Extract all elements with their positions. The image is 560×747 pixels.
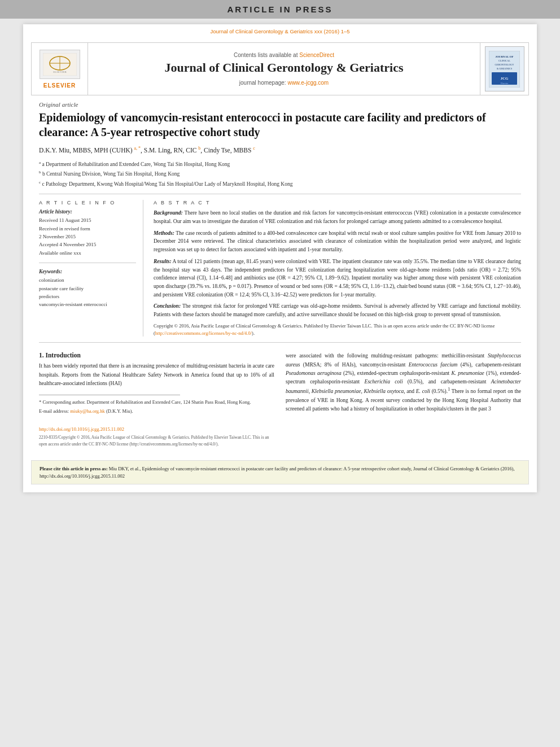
journal-title-main: Journal of Clinical Gerontology & Geriat… (164, 60, 403, 75)
sciencedirect-link: Contents lists available at ScienceDirec… (234, 52, 334, 58)
svg-text:JCG: JCG (501, 76, 509, 81)
info-divider (39, 263, 136, 263)
article-body: Original article Epidemiology of vancomy… (23, 101, 537, 455)
corresponding-note: * Corresponding author. Department of Re… (39, 399, 274, 406)
elsevier-logo-box: ELSEVIER (40, 50, 80, 79)
intro-left: 1. Introduction It has been widely repor… (39, 352, 274, 449)
abstract-col: A B S T R A C T Background: There have b… (154, 200, 521, 337)
affiliation-c: c c Pathology Department, Kwong Wah Hosp… (39, 180, 521, 188)
section-divider-2 (39, 342, 521, 343)
footnote-divider (39, 395, 180, 395)
two-col-section: A R T I C L E I N F O Article history: R… (39, 200, 521, 337)
article-history-dates: Received 11 August 2015 Received in revi… (39, 216, 136, 257)
email-note: E-mail address: miuky@ha.org.hk (D.K.Y. … (39, 408, 274, 415)
abstract-copyright: Copyright © 2016, Asia Pacific League of… (154, 322, 521, 337)
svg-text:& GERIATRICS: & GERIATRICS (497, 67, 512, 70)
svg-text:CLINICAL: CLINICAL (498, 59, 510, 62)
intro-right-text: were associated with the following multi… (286, 352, 521, 413)
abstract-conclusion: Conclusion: The strongest risk factor fo… (154, 302, 521, 318)
article-type-label: Original article (39, 101, 521, 108)
section-divider-1 (39, 194, 521, 194)
journal-homepage: journal homepage: www.e-jcgg.com (239, 80, 329, 86)
affiliation-b: b b Central Nursing Division, Wong Tai S… (39, 169, 521, 178)
sciencedirect-url[interactable]: ScienceDirect (299, 52, 334, 58)
elsevier-logo-area: ELSEVIER ELSEVIER (32, 43, 88, 95)
svg-text:GERONTOLOGY: GERONTOLOGY (495, 63, 515, 66)
svg-text:ELSEVIER: ELSEVIER (53, 71, 67, 73)
cite-box: Please cite this article in press as: Mi… (31, 460, 529, 485)
page-wrapper: Journal of Clinical Gerontology & Geriat… (23, 24, 537, 492)
intro-section: 1. Introduction It has been widely repor… (39, 352, 521, 449)
article-in-press-banner: ARTICLE IN PRESS (0, 0, 560, 19)
article-history-title: Article history: (39, 209, 136, 215)
intro-left-text: It has been widely reported that there i… (39, 362, 274, 388)
article-info-col: A R T I C L E I N F O Article history: R… (39, 200, 143, 337)
intro-right: were associated with the following multi… (286, 352, 521, 449)
cc-license-link[interactable]: http://creativecommons.org/licenses/by-n… (155, 330, 252, 336)
svg-text:JOURNAL OF: JOURNAL OF (495, 55, 513, 58)
affiliation-a: a a Department of Rehabilitation and Ext… (39, 160, 521, 168)
article-main-title: Epidemiology of vancomycin-resistant ent… (39, 110, 521, 139)
svg-text:Elsevier: Elsevier (501, 82, 509, 85)
journal-logo-right: JOURNAL OF CLINICAL GERONTOLOGY & GERIAT… (480, 43, 528, 95)
journal-logo-right-box: JOURNAL OF CLINICAL GERONTOLOGY & GERIAT… (485, 46, 524, 91)
journal-url[interactable]: www.e-jcgg.com (287, 80, 329, 86)
elsevier-label: ELSEVIER (43, 82, 76, 89)
authors-line: D.K.Y. Miu, MBBS, MPH (CUHK) a, *, S.M. … (39, 145, 521, 155)
journal-center: Contents lists available at ScienceDirec… (88, 43, 480, 95)
intro-title: 1. Introduction (39, 352, 274, 359)
keywords-list: colonization postacute care facility pre… (39, 276, 136, 309)
article-info-heading: A R T I C L E I N F O (39, 200, 136, 206)
issn-text: 2210-8335/Copyright © 2016, Asia Pacific… (39, 434, 274, 447)
email-link[interactable]: miuky@ha.org.hk (70, 408, 105, 414)
abstract-methods: Methods: The case records of patients ad… (154, 229, 521, 254)
abstract-results: Results: A total of 121 patients (mean a… (154, 257, 521, 299)
journal-header: ELSEVIER ELSEVIER Contents lists availab… (31, 42, 529, 95)
top-journal-ref: Journal of Clinical Gerontology & Geriat… (31, 28, 529, 34)
abstract-heading: A B S T R A C T (154, 200, 521, 206)
abstract-background: Background: There have been no local stu… (154, 209, 521, 225)
keywords-title: Keywords: (39, 269, 136, 274)
doi-link[interactable]: http://dx.doi.org/10.1016/j.jcgg.2015.11… (39, 426, 274, 432)
